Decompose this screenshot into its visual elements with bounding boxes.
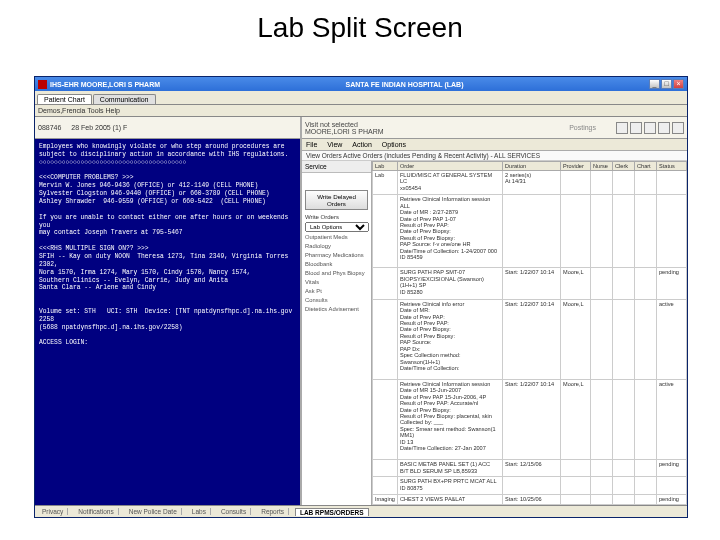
- top-tab-bar: Patient Chart Communication: [35, 91, 687, 105]
- maximize-button[interactable]: □: [661, 79, 672, 89]
- tab-communication[interactable]: Communication: [93, 94, 156, 104]
- table-cell: [373, 477, 398, 494]
- btab-privacy[interactable]: Privacy: [38, 508, 68, 515]
- btab-lab-rpms-orders[interactable]: LAB RPMS/ORDERS: [295, 508, 369, 516]
- toolbar-icon[interactable]: [630, 122, 642, 134]
- table-cell: [561, 195, 591, 268]
- table-cell: [635, 494, 657, 504]
- slide-title: Lab Split Screen: [0, 0, 720, 52]
- table-cell: active: [657, 379, 687, 459]
- col-order[interactable]: Order: [397, 162, 502, 171]
- close-button[interactable]: ×: [673, 79, 684, 89]
- btab-labs[interactable]: Labs: [188, 508, 211, 515]
- current-user: MOORE,LORI S PHARM: [305, 128, 384, 135]
- menu-view[interactable]: View: [327, 141, 342, 148]
- col-lab[interactable]: Lab: [373, 162, 398, 171]
- table-cell: BASIC METAB PANEL SET (1) ACC B/T BLD SE…: [397, 460, 502, 477]
- toolbar-icon[interactable]: [672, 122, 684, 134]
- content-split: 088746 28 Feb 2005 (1) F Employees who k…: [35, 117, 687, 505]
- table-cell: [373, 299, 398, 379]
- minimize-button[interactable]: _: [649, 79, 660, 89]
- table-cell: CHEST 2 VIEWS PA&LAT: [397, 494, 502, 504]
- side-item[interactable]: Blood and Phys Biopsy: [302, 269, 371, 278]
- tab-patient-chart[interactable]: Patient Chart: [37, 94, 92, 104]
- table-cell: [591, 477, 613, 494]
- side-item[interactable]: Ask Pt: [302, 287, 371, 296]
- lab-options-select[interactable]: Lab Options: [305, 222, 369, 232]
- app-window: IHS-EHR MOORE,LORI S PHARM SANTA FE INDI…: [34, 76, 688, 518]
- btab-consults[interactable]: Consults: [217, 508, 251, 515]
- side-item[interactable]: Pharmacy Medications: [302, 251, 371, 260]
- toolbar-icon[interactable]: [616, 122, 628, 134]
- btab-reports[interactable]: Reports: [257, 508, 289, 515]
- side-item[interactable]: Bloodbank: [302, 260, 371, 269]
- table-row[interactable]: BASIC METAB PANEL SET (1) ACC B/T BLD SE…: [373, 460, 687, 477]
- table-cell: [373, 268, 398, 299]
- patient-id: 088746: [38, 124, 61, 131]
- left-pane: 088746 28 Feb 2005 (1) F Employees who k…: [35, 117, 300, 505]
- table-cell: [561, 460, 591, 477]
- col-provider[interactable]: Provider: [561, 162, 591, 171]
- table-row[interactable]: ImagingCHEST 2 VIEWS PA&LATStart: 10/25/…: [373, 494, 687, 504]
- table-header-row: Lab Order Duration Provider Nurse Clerk …: [373, 162, 687, 171]
- table-cell: Retrieve Clinical Information session AL…: [397, 195, 502, 268]
- side-item[interactable]: Vitals: [302, 278, 371, 287]
- col-chart[interactable]: Chart: [635, 162, 657, 171]
- title-bar: IHS-EHR MOORE,LORI S PHARM SANTA FE INDI…: [35, 77, 687, 91]
- left-patient-header: 088746 28 Feb 2005 (1) F: [35, 117, 300, 139]
- table-cell: [613, 171, 635, 195]
- side-item[interactable]: Consults: [302, 296, 371, 305]
- table-row[interactable]: Retrieve Clinical Information session AL…: [373, 195, 687, 268]
- table-cell: [591, 379, 613, 459]
- toolbar-icon[interactable]: [644, 122, 656, 134]
- btab-notifications[interactable]: Notifications: [74, 508, 118, 515]
- orders-view-title: View Orders Active Orders (includes Pend…: [302, 151, 687, 161]
- orders-table: Lab Order Duration Provider Nurse Clerk …: [372, 161, 687, 505]
- table-cell: Moore,L: [561, 379, 591, 459]
- table-cell: FLUID/MISC AT GENERAL SYSTEM LC xx05454: [397, 171, 502, 195]
- right-pane: Visit not selected MOORE,LORI S PHARM Po…: [300, 117, 687, 505]
- table-cell: [635, 460, 657, 477]
- table-cell: pending: [657, 494, 687, 504]
- table-cell: Start: 12/15/06: [503, 460, 561, 477]
- side-item[interactable]: Dietetics Advisement: [302, 305, 371, 314]
- table-cell: Retrieve Clinical info error Date of MR:…: [397, 299, 502, 379]
- menu-action[interactable]: Action: [352, 141, 371, 148]
- btab-new-police-date[interactable]: New Police Date: [125, 508, 182, 515]
- menu-bar[interactable]: Demos,Frencia Tools Help: [35, 105, 687, 117]
- service-header: Service: [302, 161, 371, 173]
- window-title-left: IHS-EHR MOORE,LORI S PHARM: [50, 81, 160, 88]
- menu-options[interactable]: Options: [382, 141, 406, 148]
- table-cell: SURG PATH BX+PR PRTC MCAT ALL ID 80875: [397, 477, 502, 494]
- terminal-screen[interactable]: Employees who knowingly violate or who s…: [35, 139, 300, 505]
- table-cell: 2 series(s) At 14/31: [503, 171, 561, 195]
- window-title-center: SANTA FE INDIAN HOSPITAL (LAB): [346, 81, 464, 88]
- table-row[interactable]: SURG PATH BX+PR PRTC MCAT ALL ID 80875: [373, 477, 687, 494]
- col-clerk[interactable]: Clerk: [613, 162, 635, 171]
- lab-sidebar: Service Write Delayed Orders Write Order…: [302, 161, 372, 505]
- col-duration[interactable]: Duration: [503, 162, 561, 171]
- table-row[interactable]: SURG PATH PAP SMT-07 BIOPSY/EXCISIONAL (…: [373, 268, 687, 299]
- write-delayed-orders-button[interactable]: Write Delayed Orders: [305, 190, 368, 210]
- table-cell: [591, 268, 613, 299]
- toolbar-icons: [616, 122, 684, 134]
- table-row[interactable]: Retrieve Clinical info error Date of MR:…: [373, 299, 687, 379]
- side-item[interactable]: Outpatient Meds: [302, 233, 371, 242]
- table-cell: Moore,L: [561, 299, 591, 379]
- table-cell: [373, 460, 398, 477]
- patient-dob: 28 Feb 2005 (1) F: [71, 124, 127, 131]
- visit-not-selected: Visit not selected: [305, 121, 384, 128]
- toolbar-icon[interactable]: [658, 122, 670, 134]
- table-cell: Imaging: [373, 494, 398, 504]
- table-cell: [613, 379, 635, 459]
- right-header-bar: Visit not selected MOORE,LORI S PHARM Po…: [302, 117, 687, 139]
- menu-file[interactable]: File: [306, 141, 317, 148]
- table-cell: [591, 195, 613, 268]
- table-cell: [635, 195, 657, 268]
- table-cell: [503, 195, 561, 268]
- table-row[interactable]: Retrieve Clinical Information session Da…: [373, 379, 687, 459]
- side-item[interactable]: Radiology: [302, 242, 371, 251]
- col-nurse[interactable]: Nurse: [591, 162, 613, 171]
- table-row[interactable]: LabFLUID/MISC AT GENERAL SYSTEM LC xx054…: [373, 171, 687, 195]
- col-status[interactable]: Status: [657, 162, 687, 171]
